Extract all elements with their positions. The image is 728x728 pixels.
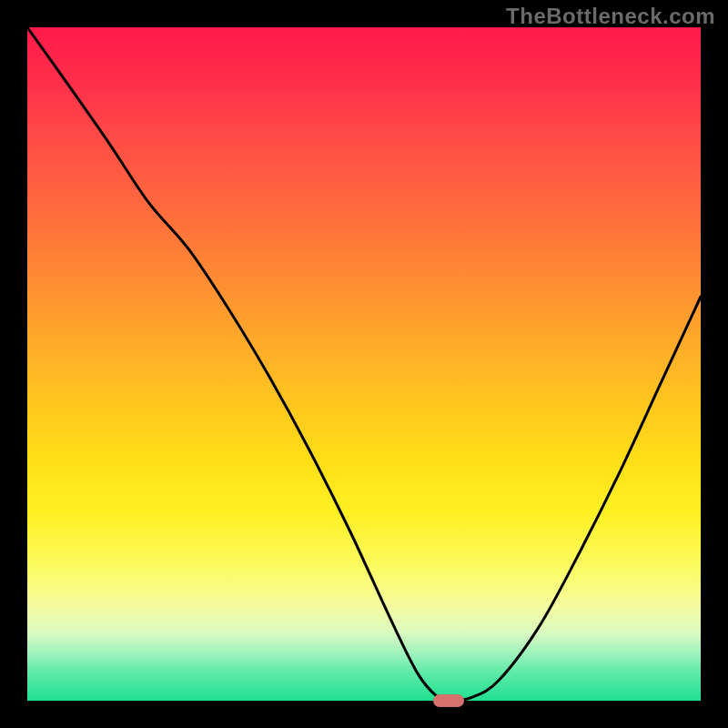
chart-frame: TheBottleneck.com — [0, 0, 728, 728]
bottleneck-curve — [27, 27, 701, 701]
watermark-text: TheBottleneck.com — [506, 4, 715, 29]
plot-area — [27, 27, 701, 701]
optimal-marker — [433, 694, 464, 707]
